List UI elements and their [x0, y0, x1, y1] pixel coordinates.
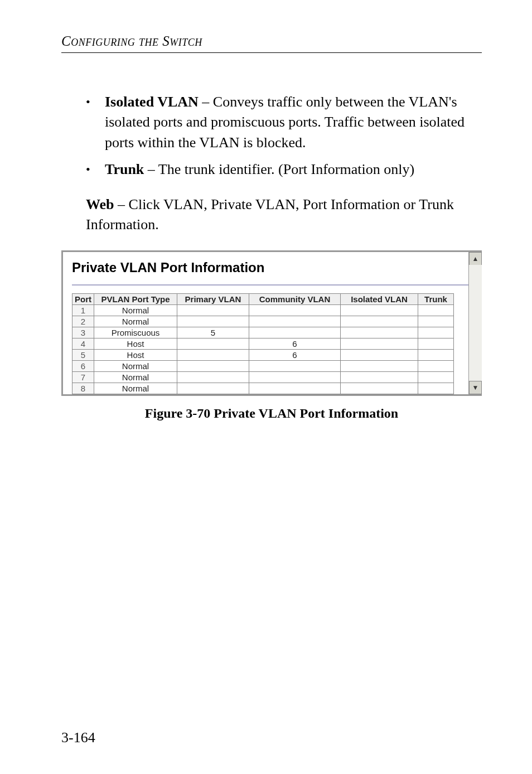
cell-primary — [177, 372, 249, 383]
screenshot-frame: Private VLAN Port Information Port PVLAN… — [61, 250, 482, 396]
bullet-term: Isolated VLAN — [105, 94, 199, 110]
web-instruction: Web – Click VLAN, Private VLAN, Port Inf… — [86, 195, 482, 235]
table-row: 7 Normal — [72, 372, 454, 383]
cell-primary — [177, 361, 249, 372]
cell-isolated — [341, 327, 418, 338]
cell-trunk — [418, 361, 454, 372]
col-primary-vlan: Primary VLAN — [177, 294, 249, 305]
cell-trunk — [418, 316, 454, 327]
cell-primary — [177, 383, 249, 394]
bullet-term: Trunk — [105, 161, 144, 177]
bullet-list: • Isolated VLAN – Conveys traffic only b… — [86, 92, 482, 180]
pvlan-table: Port PVLAN Port Type Primary VLAN Commun… — [72, 293, 454, 394]
cell-port: 4 — [72, 338, 94, 350]
scroll-down-arrow-icon[interactable]: ▼ — [469, 381, 482, 394]
cell-community — [249, 316, 341, 327]
cell-isolated — [341, 350, 418, 361]
cell-port: 8 — [72, 383, 94, 394]
scroll-up-arrow-icon[interactable]: ▲ — [469, 252, 482, 265]
scrollbar-track[interactable] — [469, 265, 482, 381]
cell-port: 7 — [72, 372, 94, 383]
cell-type: Host — [94, 338, 177, 350]
cell-trunk — [418, 350, 454, 361]
table-row: 6 Normal — [72, 361, 454, 372]
cell-community — [249, 327, 341, 338]
col-isolated-vlan: Isolated VLAN — [341, 294, 418, 305]
cell-primary — [177, 338, 249, 350]
cell-primary — [177, 305, 249, 316]
cell-type: Normal — [94, 305, 177, 316]
cell-port: 2 — [72, 316, 94, 327]
cell-community — [249, 383, 341, 394]
cell-isolated — [341, 338, 418, 350]
bullet-icon: • — [86, 92, 105, 153]
col-trunk: Trunk — [418, 294, 454, 305]
list-item: • Isolated VLAN – Conveys traffic only b… — [86, 92, 482, 153]
cell-port: 5 — [72, 350, 94, 361]
col-community-vlan: Community VLAN — [249, 294, 341, 305]
running-header: Configuring the Switch — [61, 33, 482, 49]
cell-trunk — [418, 305, 454, 316]
cell-isolated — [341, 383, 418, 394]
col-port: Port — [72, 294, 94, 305]
cell-type: Host — [94, 350, 177, 361]
cell-community — [249, 361, 341, 372]
web-rest: – Click VLAN, Private VLAN, Port Informa… — [86, 196, 454, 233]
screenshot-rule — [72, 284, 473, 286]
table-row: 1 Normal — [72, 305, 454, 316]
cell-community: 6 — [249, 350, 341, 361]
cell-isolated — [341, 305, 418, 316]
cell-isolated — [341, 372, 418, 383]
cell-primary — [177, 316, 249, 327]
cell-community — [249, 372, 341, 383]
cell-type: Promiscuous — [94, 327, 177, 338]
cell-trunk — [418, 372, 454, 383]
bullet-text: – The trunk identifier. (Port Informatio… — [144, 161, 414, 177]
bullet-icon: • — [86, 159, 105, 180]
col-pvlan-type: PVLAN Port Type — [94, 294, 177, 305]
page-number: 3-164 — [61, 729, 95, 746]
table-row: 8 Normal — [72, 383, 454, 394]
cell-isolated — [341, 316, 418, 327]
vertical-scrollbar[interactable]: ▲ ▼ — [468, 252, 482, 394]
cell-community — [249, 305, 341, 316]
figure-caption: Figure 3-70 Private VLAN Port Informatio… — [61, 406, 482, 421]
cell-port: 6 — [72, 361, 94, 372]
cell-trunk — [418, 338, 454, 350]
cell-primary — [177, 350, 249, 361]
cell-port: 3 — [72, 327, 94, 338]
table-row: 3 Promiscuous 5 — [72, 327, 454, 338]
cell-type: Normal — [94, 361, 177, 372]
header-rule — [61, 52, 482, 53]
cell-primary: 5 — [177, 327, 249, 338]
cell-type: Normal — [94, 372, 177, 383]
cell-trunk — [418, 383, 454, 394]
web-lead: Web — [86, 196, 114, 212]
table-header-row: Port PVLAN Port Type Primary VLAN Commun… — [72, 294, 454, 305]
cell-port: 1 — [72, 305, 94, 316]
cell-type: Normal — [94, 316, 177, 327]
screenshot-title: Private VLAN Port Information — [72, 260, 482, 275]
list-item: • Trunk – The trunk identifier. (Port In… — [86, 159, 482, 180]
table-row: 4 Host 6 — [72, 338, 454, 350]
cell-type: Normal — [94, 383, 177, 394]
table-row: 2 Normal — [72, 316, 454, 327]
cell-isolated — [341, 361, 418, 372]
cell-community: 6 — [249, 338, 341, 350]
table-row: 5 Host 6 — [72, 350, 454, 361]
cell-trunk — [418, 327, 454, 338]
